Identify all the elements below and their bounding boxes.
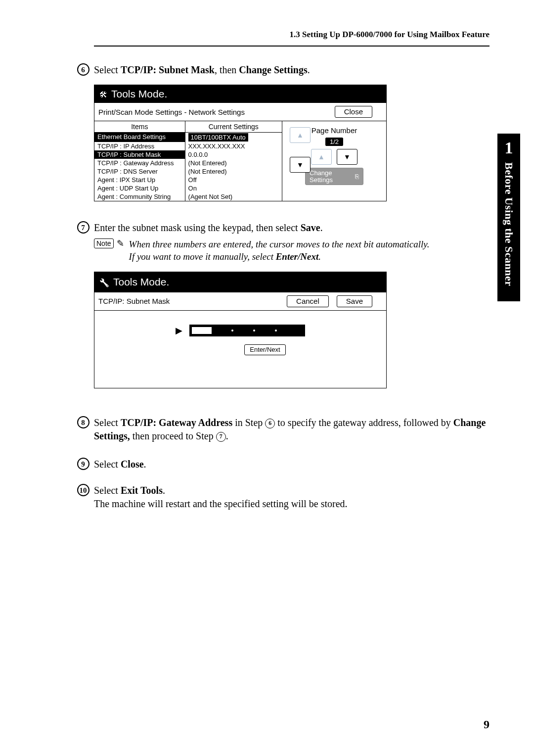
step-text: Select Close. bbox=[94, 458, 490, 471]
screen-titlebar: Tools Mode. bbox=[94, 272, 386, 292]
dot-icon bbox=[253, 330, 255, 331]
screen-title: Tools Mode. bbox=[113, 275, 169, 289]
screen-network-settings: Tools Mode. Print/Scan Mode Settings - N… bbox=[94, 85, 387, 201]
txt: then proceed to Step bbox=[130, 430, 216, 441]
table-row[interactable]: Agent : IPX Start UpOff bbox=[94, 176, 282, 184]
txt: If you want to move it manually, select bbox=[129, 251, 276, 262]
screen-title: Tools Mode. bbox=[111, 88, 167, 100]
enter-next-row: Enter/Next bbox=[100, 344, 380, 355]
ip-seg-active[interactable] bbox=[192, 327, 212, 334]
step-number: 8 bbox=[77, 416, 89, 428]
txt: Select bbox=[94, 64, 121, 75]
txt: Enter the subnet mask using the keypad, … bbox=[94, 222, 301, 233]
list-scroll-arrows: ▲ ▼ bbox=[290, 127, 311, 173]
txt: . bbox=[144, 459, 146, 470]
field-label: TCP/IP: Subnet Mask bbox=[98, 296, 287, 306]
save-button[interactable]: Save bbox=[337, 295, 372, 307]
row-value: XXX.XXX.XXX.XXX bbox=[185, 142, 282, 150]
table-row[interactable]: Agent : UDP Start UpOn bbox=[94, 184, 282, 192]
txt-bold: Exit Tools bbox=[121, 485, 163, 496]
row-item: TCP/IP : DNS Server bbox=[94, 167, 185, 176]
row-item: Agent : Community String bbox=[94, 192, 185, 201]
page-indicator: 1/2 bbox=[325, 138, 343, 146]
table-row[interactable]: TCP/IP : Gateway Address(Not Entered) bbox=[94, 159, 282, 167]
txt-bold: Save bbox=[301, 222, 320, 233]
table-row[interactable]: TCP/IP : IP AddressXXX.XXX.XXX.XXX bbox=[94, 142, 282, 150]
enter-next-button[interactable]: Enter/Next bbox=[244, 344, 285, 355]
row-item: TCP/IP : Subnet Mask bbox=[94, 150, 185, 159]
tools-icon bbox=[99, 275, 109, 289]
row-value: (Not Entered) bbox=[185, 159, 282, 167]
close-button[interactable]: Close bbox=[335, 106, 372, 118]
step-text: Enter the subnet mask using the keypad, … bbox=[94, 221, 490, 408]
page-prev-button[interactable]: ▲ bbox=[311, 149, 332, 165]
txt: . bbox=[308, 64, 310, 75]
dot-icon bbox=[275, 330, 277, 331]
step-6: 6 Select TCP/IP: Subnet Mask, then Chang… bbox=[94, 63, 490, 77]
step-number: 6 bbox=[77, 63, 89, 76]
txt: to specify the gateway address, followed… bbox=[275, 417, 453, 428]
row-value: Off bbox=[185, 176, 282, 184]
section-header: 1.3 Setting Up DP-6000/7000 for Using Ma… bbox=[94, 30, 490, 47]
dot-icon bbox=[231, 330, 233, 331]
screen-subnet-mask: Tools Mode. TCP/IP: Subnet Mask Cancel S… bbox=[94, 272, 387, 388]
step-marker: 6 bbox=[72, 63, 94, 76]
page-next-button[interactable]: ▼ bbox=[337, 149, 357, 165]
txt: . bbox=[163, 485, 165, 496]
col-current: Current Settings bbox=[185, 121, 282, 132]
step-ref: 6 bbox=[265, 419, 275, 428]
ip-field[interactable] bbox=[189, 325, 305, 336]
row-item: TCP/IP : Gateway Address bbox=[94, 159, 185, 167]
note-badge: Note bbox=[94, 238, 114, 248]
note: Note When three numbers are entered, the… bbox=[94, 238, 490, 263]
table-row[interactable]: Ethernet Board Settings10BT/100BTX Auto bbox=[94, 133, 282, 142]
txt: Select bbox=[94, 485, 121, 496]
step-marker: 7 bbox=[72, 221, 94, 234]
note-icon bbox=[117, 238, 124, 248]
btn-label: ChangeSettings bbox=[310, 170, 333, 183]
step-8: 8 Select TCP/IP: Gateway Address in Step… bbox=[94, 416, 490, 443]
screen-subheader: TCP/IP: Subnet Mask Cancel Save bbox=[94, 292, 386, 311]
txt: Select bbox=[94, 417, 121, 428]
page-arrows: ▲ ▼ bbox=[311, 149, 357, 165]
txt-bold: TCP/IP: Gateway Address bbox=[121, 417, 232, 428]
step-9: 9 Select Close. bbox=[94, 458, 490, 471]
txt-bold: Enter/Next bbox=[276, 251, 319, 262]
screen-body: ▶ Enter/Next bbox=[94, 311, 386, 388]
step-marker: 10 bbox=[72, 484, 94, 496]
row-value: 10BT/100BTX Auto bbox=[185, 133, 282, 142]
cancel-button[interactable]: Cancel bbox=[287, 295, 329, 307]
change-settings-button[interactable]: ChangeSettings ⎘ bbox=[305, 168, 363, 185]
step-number: 9 bbox=[77, 458, 89, 470]
step-text: Select TCP/IP: Gateway Address in Step 6… bbox=[94, 416, 490, 443]
txt: . bbox=[320, 222, 323, 233]
txt: . bbox=[318, 251, 321, 262]
step-marker: 8 bbox=[72, 416, 94, 428]
txt-bold: Change Settings bbox=[239, 64, 307, 75]
row-value: On bbox=[185, 184, 282, 192]
chapter-number: 1 bbox=[497, 139, 520, 157]
list-up-button[interactable]: ▲ bbox=[290, 127, 311, 143]
table-row[interactable]: Agent : Community String(Agent Not Set) bbox=[94, 192, 282, 201]
txt: , then bbox=[215, 64, 239, 75]
tools-icon bbox=[99, 88, 107, 100]
txt: in Step bbox=[232, 417, 265, 428]
ip-entry: ▶ bbox=[100, 325, 380, 336]
page-number-label: Page Number bbox=[312, 126, 357, 135]
cursor-icon: ▶ bbox=[176, 325, 182, 336]
list-down-button[interactable]: ▼ bbox=[290, 157, 311, 173]
row-item: TCP/IP : IP Address bbox=[94, 142, 185, 150]
txt: The machine will restart and the specifi… bbox=[94, 498, 348, 509]
table-row[interactable]: TCP/IP : Subnet Mask0.0.0.0 bbox=[94, 150, 282, 159]
chapter-title: Before Using the Scanner bbox=[502, 162, 515, 286]
row-value: (Not Entered) bbox=[185, 167, 282, 176]
table-header: Items Current Settings bbox=[94, 121, 282, 133]
txt: When three numbers are entered, the curs… bbox=[129, 239, 430, 249]
step-text: Select TCP/IP: Subnet Mask, then Change … bbox=[94, 63, 490, 77]
chapter-tab: 1 Before Using the Scanner bbox=[497, 134, 520, 301]
step-number: 10 bbox=[77, 484, 89, 496]
row-value: 0.0.0.0 bbox=[185, 150, 282, 159]
open-icon: ⎘ bbox=[355, 173, 359, 180]
table-row[interactable]: TCP/IP : DNS Server(Not Entered) bbox=[94, 167, 282, 176]
txt-bold: TCP/IP: Subnet Mask bbox=[121, 64, 215, 75]
